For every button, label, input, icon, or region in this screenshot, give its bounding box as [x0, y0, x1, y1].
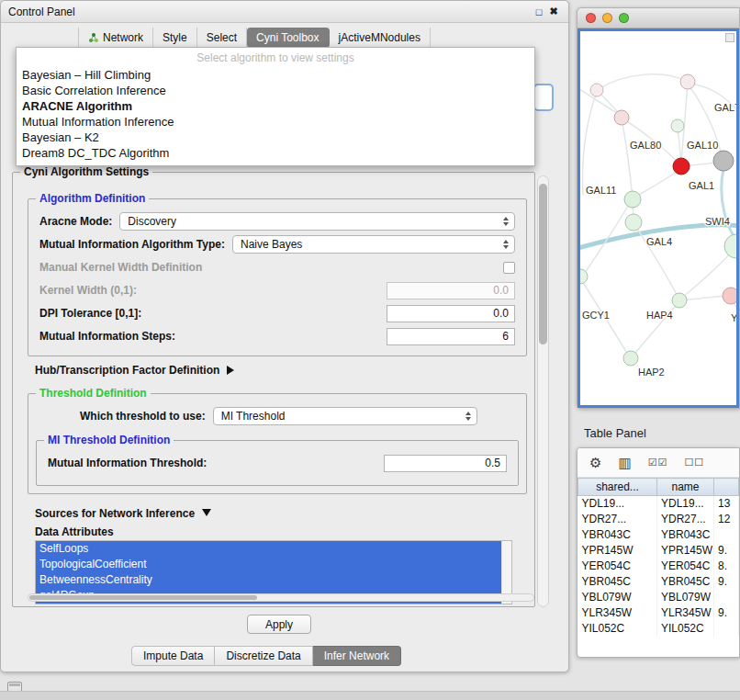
table-cell[interactable]: YPR145W: [578, 543, 657, 559]
network-edge[interactable]: [622, 118, 633, 198]
table-row[interactable]: YDL19...YDL19...13: [578, 496, 739, 512]
network-node[interactable]: [673, 158, 690, 175]
close-icon[interactable]: ✖: [546, 6, 561, 17]
table-cell[interactable]: YLR345W: [657, 605, 714, 621]
mi-type-combobox[interactable]: Naive Bayes: [232, 235, 515, 254]
horizontal-scrollbar[interactable]: [28, 593, 534, 602]
table-cell[interactable]: YBR045C: [578, 574, 657, 590]
gear-icon[interactable]: ⚙: [589, 456, 601, 469]
table-cell[interactable]: [714, 590, 739, 605]
tab-cyni-toolbox[interactable]: Cyni Toolbox: [247, 28, 329, 48]
attribute-topologicalcoefficient[interactable]: TopologicalCoefficient: [36, 557, 501, 572]
table-cell[interactable]: YPR145W: [657, 543, 714, 559]
float-window-icon[interactable]: □: [532, 6, 546, 17]
table-cell[interactable]: 9.: [714, 574, 739, 590]
algorithm-combobox-fragment[interactable]: [533, 84, 554, 111]
table-cell[interactable]: YDR27...: [578, 512, 657, 527]
kernel-width-field[interactable]: 0.0: [387, 282, 515, 299]
table-cell[interactable]: YIL052C: [657, 621, 714, 637]
minimize-light[interactable]: [602, 13, 612, 23]
overview-toggle-icon[interactable]: [725, 33, 734, 42]
network-edge[interactable]: [597, 74, 688, 90]
table-cell[interactable]: [714, 621, 739, 637]
table-cell[interactable]: YBL079W: [657, 590, 714, 605]
network-node[interactable]: [724, 234, 739, 258]
table-cell[interactable]: YLR345W: [578, 605, 657, 621]
algorithm-option-bayesian-hill-climbing[interactable]: Bayesian – Hill Climbing: [17, 67, 534, 83]
table-cell[interactable]: YDR27...: [657, 512, 714, 527]
attribute-betweennesscentrality[interactable]: BetweennessCentrality: [36, 572, 501, 588]
table-row[interactable]: YIL052CYIL052C: [578, 621, 739, 637]
table-row[interactable]: YBR045CYBR045C9.: [578, 574, 739, 590]
table-cell[interactable]: YBL079W: [578, 590, 657, 605]
table-cell[interactable]: 9.: [714, 605, 739, 621]
zoom-light[interactable]: [619, 13, 629, 23]
algorithm-option-bayesian-k2[interactable]: Bayesian – K2: [17, 130, 534, 145]
show-columns-icon[interactable]: ☑☑: [648, 457, 668, 468]
mi-steps-field[interactable]: 6: [387, 328, 515, 345]
algorithm-option-basic-correlation-inference[interactable]: Basic Correlation Inference: [17, 83, 534, 98]
algorithm-option-aracne-algorithm[interactable]: ARACNE Algorithm: [17, 98, 534, 114]
network-edge[interactable]: [634, 168, 681, 198]
network-edge[interactable]: [722, 169, 736, 240]
tab-style[interactable]: Style: [153, 28, 197, 48]
network-edge[interactable]: [583, 92, 597, 195]
hide-columns-icon[interactable]: ☐☐: [684, 457, 704, 468]
manual-kernel-checkbox[interactable]: [503, 262, 515, 274]
network-node[interactable]: [671, 119, 684, 132]
column-header[interactable]: name: [657, 479, 714, 496]
algorithm-option-dream8-dc-tdc-algorithm[interactable]: Dream8 DC_TDC Algorithm: [17, 145, 534, 161]
apply-button[interactable]: Apply: [247, 615, 311, 634]
network-node[interactable]: [590, 84, 603, 96]
table-cell[interactable]: YER054C: [657, 559, 714, 574]
mi-threshold-field[interactable]: 0.5: [384, 455, 507, 472]
network-canvas[interactable]: GAL7GAL80GAL10GAL11GAL1SWI4GAL4GCY1HAP4Y…: [577, 28, 739, 408]
table-row[interactable]: YDR27...YDR27...12: [578, 512, 739, 527]
network-node[interactable]: [624, 191, 641, 208]
table-cell[interactable]: YBR043C: [657, 527, 714, 543]
network-node[interactable]: [672, 293, 687, 308]
table-cell[interactable]: 9.: [714, 543, 739, 559]
table-row[interactable]: YBL079WYBL079W: [578, 590, 739, 605]
table-row[interactable]: YLR345WYLR345W9.: [578, 605, 739, 621]
table-cell[interactable]: 13: [714, 496, 739, 512]
table-row[interactable]: YER054CYER054C8.: [578, 559, 739, 574]
scrollbar-thumb[interactable]: [29, 595, 257, 600]
tab-jactivemnodules[interactable]: jActiveMNodules: [330, 28, 431, 48]
aracne-mode-combobox[interactable]: Discovery: [119, 212, 515, 231]
columns-icon[interactable]: ▥: [618, 456, 631, 469]
tab-select[interactable]: Select: [197, 28, 247, 48]
column-header[interactable]: [714, 479, 739, 496]
bottom-tab-discretize-data[interactable]: Discretize Data: [215, 646, 312, 666]
bottom-tab-impute-data[interactable]: Impute Data: [131, 646, 215, 666]
network-node[interactable]: [680, 74, 695, 89]
network-window-titlebar[interactable]: [577, 8, 739, 28]
network-node[interactable]: [723, 288, 739, 304]
table-cell[interactable]: [714, 527, 739, 543]
which-threshold-combobox[interactable]: MI Threshold: [213, 407, 477, 425]
table-row[interactable]: YBR043CYBR043C: [578, 527, 739, 543]
table-row[interactable]: YPR145WYPR145W9.: [578, 543, 739, 559]
control-panel-titlebar[interactable]: Control Panel □ ✖: [1, 1, 568, 23]
network-node[interactable]: [623, 351, 638, 366]
table-cell[interactable]: YDL19...: [657, 496, 714, 512]
dpi-tolerance-field[interactable]: 0.0: [387, 305, 515, 322]
tab-network[interactable]: Network: [78, 28, 153, 48]
column-header[interactable]: shared...: [578, 479, 657, 496]
table-cell[interactable]: YER054C: [578, 559, 657, 574]
table-cell[interactable]: YIL052C: [578, 621, 657, 637]
hub-section-toggle[interactable]: Hub/Transcription Factor Definition: [35, 364, 239, 377]
algorithm-option-mutual-information-inference[interactable]: Mutual Information Inference: [17, 114, 534, 130]
table-cell[interactable]: YDL19...: [578, 496, 657, 512]
sources-section-toggle[interactable]: Sources for Network Inference: [35, 505, 211, 521]
network-node[interactable]: [614, 110, 629, 125]
close-light[interactable]: [586, 13, 596, 23]
table-cell[interactable]: YBR043C: [578, 527, 657, 543]
bottom-tab-infer-network[interactable]: Infer Network: [313, 646, 401, 666]
table-cell[interactable]: 12: [714, 512, 739, 527]
attribute-selfloops[interactable]: SelfLoops: [36, 541, 501, 557]
table-cell[interactable]: 8.: [714, 559, 739, 574]
network-edge[interactable]: [681, 296, 729, 300]
network-node[interactable]: [625, 214, 642, 231]
vertical-scrollbar[interactable]: [537, 175, 549, 607]
